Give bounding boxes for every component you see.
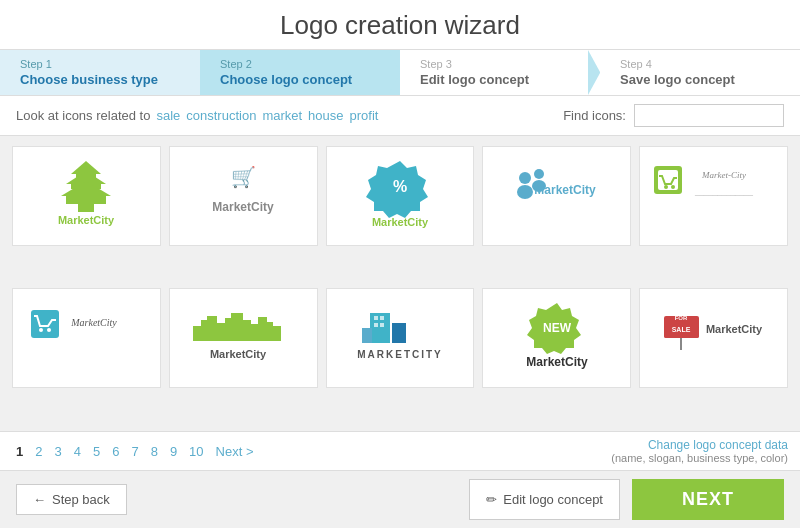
toolbar: Look at icons related to sale constructi… — [0, 96, 800, 136]
page-title: Logo creation wizard — [0, 10, 800, 41]
svg-rect-5 — [66, 196, 106, 204]
svg-rect-30 — [207, 316, 217, 341]
look-at-label: Look at icons related to — [16, 108, 150, 123]
svg-rect-28 — [193, 326, 201, 341]
logo-card-4[interactable]: MarketCity — [482, 146, 631, 246]
svg-rect-46 — [380, 323, 384, 327]
pencil-icon: ✏ — [486, 492, 497, 507]
step-1[interactable]: Step 1 Choose business type — [0, 50, 200, 95]
step-back-button[interactable]: ← Step back — [16, 484, 127, 515]
page-4[interactable]: 4 — [70, 443, 85, 460]
svg-point-15 — [534, 169, 544, 179]
svg-point-20 — [664, 185, 668, 189]
svg-rect-43 — [374, 316, 378, 320]
logo-card-7[interactable]: MarketCity — [169, 288, 318, 388]
tag-sale[interactable]: sale — [156, 108, 180, 123]
page-3[interactable]: 3 — [50, 443, 65, 460]
svg-point-14 — [517, 185, 533, 199]
page-5[interactable]: 5 — [89, 443, 104, 460]
step-2[interactable]: Step 2 Choose logo concept — [200, 50, 400, 95]
logo-card-10[interactable]: FOR SALE MarketCity — [639, 288, 788, 388]
svg-text:_____________: _____________ — [694, 187, 753, 196]
bottom-bar: ← Step back ✏ Edit logo concept NEXT — [0, 470, 800, 528]
svg-point-25 — [39, 328, 43, 332]
edit-concept-button[interactable]: ✏ Edit logo concept — [469, 479, 620, 520]
svg-text:MARKETCITY: MARKETCITY — [357, 349, 443, 360]
svg-text:MarketCity: MarketCity — [210, 348, 267, 360]
svg-text:MarketCity: MarketCity — [58, 214, 115, 226]
change-data-section[interactable]: Change logo concept data (name, slogan, … — [611, 438, 788, 464]
svg-point-21 — [671, 185, 675, 189]
svg-rect-42 — [362, 328, 372, 343]
tag-house[interactable]: house — [308, 108, 343, 123]
svg-rect-45 — [374, 323, 378, 327]
svg-rect-35 — [251, 324, 258, 341]
pagination-bar: 1 2 3 4 5 6 7 8 9 10 Next > Change logo … — [0, 431, 800, 470]
svg-rect-33 — [231, 313, 243, 341]
logo-card-3[interactable]: % MarketCity — [326, 146, 475, 246]
logo-card-2[interactable]: 🛒 MarketCity — [169, 146, 318, 246]
svg-point-13 — [519, 172, 531, 184]
page-10[interactable]: 10 — [185, 443, 207, 460]
page-2[interactable]: 2 — [31, 443, 46, 460]
svg-text:MarketCity: MarketCity — [534, 183, 596, 197]
svg-text:MarketCity: MarketCity — [526, 355, 588, 369]
svg-text:MarketCity: MarketCity — [213, 200, 275, 214]
tag-construction[interactable]: construction — [186, 108, 256, 123]
svg-text:FOR: FOR — [674, 315, 687, 321]
svg-rect-32 — [225, 318, 231, 341]
page-7[interactable]: 7 — [127, 443, 142, 460]
find-icons-input[interactable] — [634, 104, 784, 127]
svg-text:MarketCity: MarketCity — [71, 317, 118, 328]
svg-rect-41 — [392, 323, 406, 343]
logo-card-8[interactable]: MARKETCITY — [326, 288, 475, 388]
arrow-left-icon: ← — [33, 492, 46, 507]
step-3[interactable]: Step 3 Edit logo concept — [400, 50, 600, 95]
svg-rect-24 — [31, 310, 59, 338]
svg-rect-29 — [201, 320, 207, 341]
svg-text:MarketCity: MarketCity — [372, 216, 429, 228]
next-button[interactable]: NEXT — [632, 479, 784, 520]
logo-grid: MarketCity 🛒 MarketCity % MarketCity — [0, 136, 800, 431]
svg-text:NEW: NEW — [543, 321, 572, 335]
page-next[interactable]: Next > — [212, 443, 258, 460]
svg-rect-36 — [258, 317, 267, 341]
change-data-line2: (name, slogan, business type, color) — [611, 452, 788, 464]
svg-rect-6 — [78, 204, 94, 212]
svg-text:Market-City: Market-City — [701, 170, 746, 180]
svg-rect-44 — [380, 316, 384, 320]
logo-card-5[interactable]: Market-City _____________ — [639, 146, 788, 246]
svg-rect-34 — [243, 320, 251, 341]
svg-text:%: % — [393, 178, 407, 195]
steps-bar: Step 1 Choose business type Step 2 Choos… — [0, 50, 800, 96]
page-numbers: 1 2 3 4 5 6 7 8 9 10 Next > — [12, 443, 258, 460]
header: Logo creation wizard — [0, 0, 800, 50]
find-icons-section: Find icons: — [563, 104, 784, 127]
tag-profit[interactable]: profit — [350, 108, 379, 123]
icon-tags-bar: Look at icons related to sale constructi… — [16, 108, 378, 123]
svg-rect-38 — [273, 326, 281, 341]
page-1[interactable]: 1 — [12, 443, 27, 460]
page-6[interactable]: 6 — [108, 443, 123, 460]
logo-card-6[interactable]: MarketCity — [12, 288, 161, 388]
svg-point-26 — [47, 328, 51, 332]
svg-text:MarketCity: MarketCity — [705, 323, 762, 335]
logo-card-9[interactable]: NEW MarketCity — [482, 288, 631, 388]
svg-rect-37 — [267, 322, 273, 341]
page-8[interactable]: 8 — [147, 443, 162, 460]
logo-card-1[interactable]: MarketCity — [12, 146, 161, 246]
tag-market[interactable]: market — [262, 108, 302, 123]
svg-text:🛒: 🛒 — [231, 165, 256, 189]
svg-text:SALE: SALE — [671, 326, 690, 333]
change-data-line1: Change logo concept data — [611, 438, 788, 452]
step-4[interactable]: Step 4 Save logo concept — [600, 50, 800, 95]
svg-rect-31 — [217, 323, 225, 341]
find-icons-label: Find icons: — [563, 108, 626, 123]
page-9[interactable]: 9 — [166, 443, 181, 460]
